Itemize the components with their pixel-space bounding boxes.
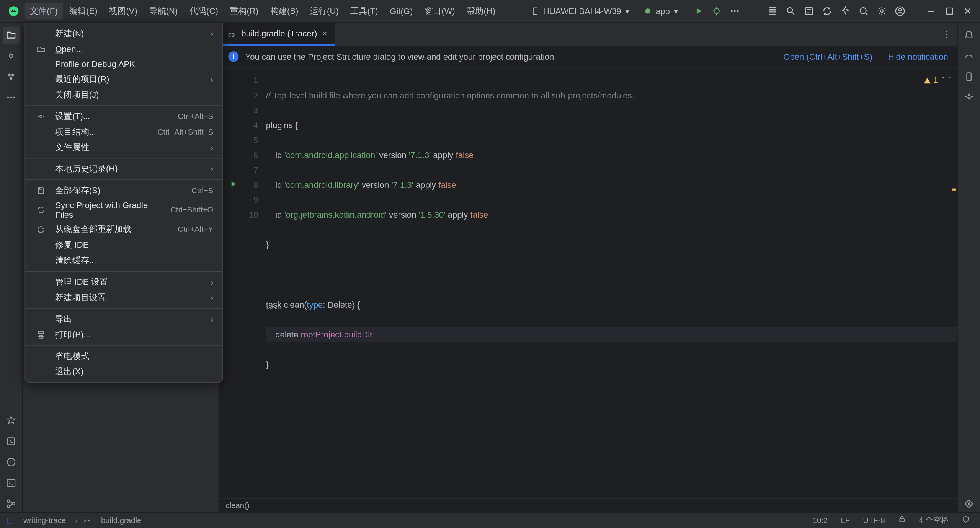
- search-everywhere-icon[interactable]: [855, 3, 872, 20]
- statusbar: writing-trace › build.gradle 10:2 LF UTF…: [0, 512, 980, 528]
- code-with-me-icon[interactable]: [764, 3, 781, 20]
- sb-line-sep[interactable]: LF: [837, 516, 854, 525]
- menu-file[interactable]: 文件(F): [25, 3, 63, 20]
- menu-separator: [25, 105, 222, 106]
- vcs-tool-button[interactable]: [3, 495, 20, 512]
- menu-local-history[interactable]: 本地历史记录(H) ›: [25, 161, 222, 177]
- emulator-tool-button[interactable]: [960, 495, 977, 512]
- menu-tools[interactable]: 工具(T): [345, 3, 384, 20]
- code-content[interactable]: // Top-level build file where you can ad…: [258, 68, 957, 498]
- breadcrumb[interactable]: clean(): [225, 501, 249, 510]
- menu-build[interactable]: 构建(B): [265, 3, 304, 20]
- menu-run[interactable]: 运行(U): [305, 3, 344, 20]
- sb-encoding[interactable]: UTF-8: [859, 516, 889, 525]
- svg-rect-39: [39, 187, 42, 189]
- menu-git[interactable]: Git(G): [385, 3, 418, 18]
- banner-hide-link[interactable]: Hide notification: [888, 52, 948, 61]
- maximize-button[interactable]: [941, 3, 958, 20]
- build-tool-button[interactable]: [3, 433, 20, 450]
- menu-print[interactable]: 打印(P)...: [25, 327, 222, 342]
- gear-icon: [36, 111, 46, 121]
- menu-help[interactable]: 帮助(H): [462, 3, 501, 20]
- sb-readonly-icon[interactable]: [894, 515, 910, 525]
- chevron-down-icon: ▾: [625, 6, 630, 16]
- menu-new[interactable]: 新建(N) ›: [25, 26, 222, 42]
- gear-icon[interactable]: [873, 3, 890, 20]
- warning-badge[interactable]: 1: [924, 73, 938, 88]
- sb-project[interactable]: writing-trace: [20, 516, 70, 525]
- menu-recent-projects[interactable]: 最近的项目(R) ›: [25, 72, 222, 87]
- assistant-tool-button[interactable]: [960, 89, 977, 106]
- device-manager-tool-button[interactable]: [960, 68, 977, 85]
- more-tool-button[interactable]: [3, 89, 20, 106]
- menu-close-project[interactable]: 关闭项目(J): [25, 87, 222, 103]
- sb-position[interactable]: 10:2: [809, 516, 832, 525]
- ai-icon[interactable]: [837, 3, 854, 20]
- banner-open-link[interactable]: Open (Ctrl+Alt+Shift+S): [783, 52, 872, 61]
- run-config-selector[interactable]: app ▾: [637, 4, 685, 18]
- minimize-button[interactable]: [923, 3, 940, 20]
- menu-window[interactable]: 窗口(W): [419, 3, 460, 20]
- problems-tool-button[interactable]: [3, 454, 20, 471]
- menu-profile-apk[interactable]: Profile or Debug APK: [25, 57, 222, 72]
- menu-power-save[interactable]: 省电模式: [25, 349, 222, 364]
- folder-icon: [36, 44, 46, 54]
- menu-export[interactable]: 导出 ›: [25, 311, 222, 327]
- stripe-warning-mark[interactable]: [952, 189, 956, 191]
- menu-project-structure[interactable]: 项目结构... Ctrl+Alt+Shift+S: [25, 124, 222, 140]
- menu-open[interactable]: Open...: [25, 42, 222, 57]
- notifications-tool-button[interactable]: [960, 27, 977, 44]
- tab-options-icon[interactable]: ⋮: [936, 23, 957, 45]
- chevron-right-icon: ›: [211, 75, 213, 84]
- menu-reload-from-disk[interactable]: 从磁盘全部重新加载 Ctrl+Alt+Y: [25, 222, 222, 237]
- prev-highlight-icon[interactable]: ˆ: [942, 73, 944, 88]
- menu-refactor[interactable]: 重构(R): [225, 3, 264, 20]
- next-highlight-icon[interactable]: ˇ: [948, 73, 951, 88]
- svg-point-7: [787, 8, 793, 13]
- sb-file[interactable]: build.gradle: [97, 516, 145, 525]
- menu-edit[interactable]: 编辑(E): [64, 3, 103, 20]
- close-tab-icon[interactable]: ×: [322, 29, 327, 38]
- menu-new-project-settings[interactable]: 新建项目设置 ›: [25, 290, 222, 306]
- device-selector[interactable]: HUAWEI BAH4-W39 ▾: [525, 4, 636, 18]
- run-button[interactable]: [690, 3, 707, 20]
- tab-bar: build.gradle (Tracer) × ⋮: [219, 23, 957, 46]
- menu-file-properties[interactable]: 文件属性 ›: [25, 140, 222, 155]
- error-stripe[interactable]: [951, 68, 957, 498]
- updates-icon[interactable]: [800, 3, 817, 20]
- run-gutter-icon[interactable]: [230, 178, 237, 192]
- menu-code[interactable]: 代码(C): [184, 3, 223, 20]
- tab-build-gradle[interactable]: build.gradle (Tracer) ×: [219, 23, 335, 45]
- svg-point-20: [13, 97, 15, 99]
- chevron-right-icon: ›: [211, 293, 213, 302]
- menu-navigate[interactable]: 导航(N): [144, 3, 183, 20]
- menu-invalidate-caches[interactable]: 清除缓存...: [25, 253, 222, 269]
- project-tool-button[interactable]: [3, 27, 20, 44]
- code-editor[interactable]: 12345678910 // Top-level build file wher…: [219, 68, 957, 498]
- search-icon[interactable]: [782, 3, 799, 20]
- close-button[interactable]: [959, 3, 976, 20]
- sb-shield-icon[interactable]: [958, 515, 973, 525]
- more-run-icon[interactable]: [726, 3, 743, 20]
- chevron-right-icon: ›: [211, 314, 213, 324]
- commit-tool-button[interactable]: [3, 47, 20, 64]
- menu-view[interactable]: 视图(V): [104, 3, 143, 20]
- device-name: HUAWEI BAH4-W39: [543, 6, 621, 16]
- account-icon[interactable]: [892, 3, 908, 20]
- bookmarks-tool-button[interactable]: [3, 412, 20, 429]
- menu-sync-gradle[interactable]: Sync Project with Gradle Files Ctrl+Shif…: [25, 198, 222, 222]
- structure-tool-button[interactable]: [3, 68, 20, 85]
- sb-indent[interactable]: 4 个空格: [915, 515, 953, 526]
- menu-exit[interactable]: 退出(X): [25, 364, 222, 380]
- gradle-tool-button[interactable]: [960, 47, 977, 64]
- terminal-tool-button[interactable]: [3, 474, 20, 491]
- menu-manage-ide-settings[interactable]: 管理 IDE 设置 ›: [25, 274, 222, 290]
- menu-repair-ide[interactable]: 修复 IDE: [25, 237, 222, 253]
- tab-label: build.gradle (Tracer): [241, 29, 317, 38]
- menu-separator: [25, 158, 222, 159]
- menu-save-all[interactable]: 全部保存(S) Ctrl+S: [25, 183, 222, 198]
- debug-button[interactable]: [708, 3, 725, 20]
- sync-icon[interactable]: [819, 3, 836, 20]
- menu-settings[interactable]: 设置(T)... Ctrl+Alt+S: [25, 109, 222, 124]
- svg-point-15: [8, 74, 11, 77]
